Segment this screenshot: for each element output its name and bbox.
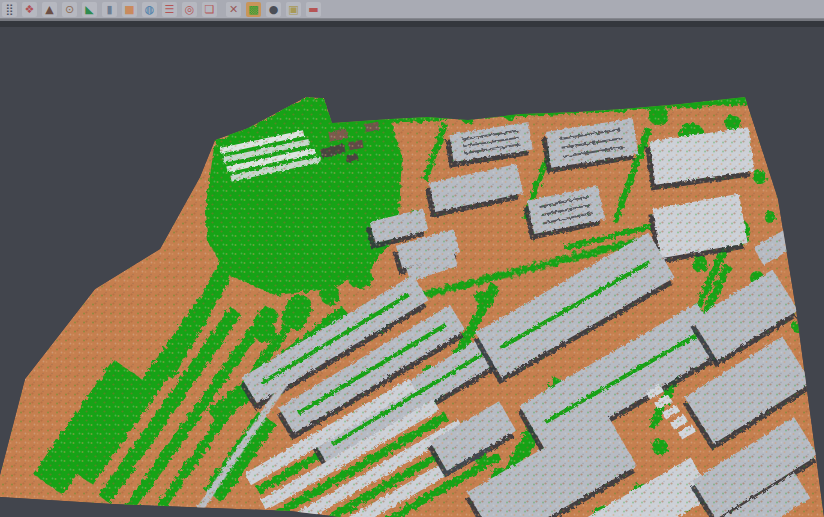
terrain-icon[interactable]: ◣ [82, 2, 97, 17]
circle-selection-icon[interactable]: ◎ [182, 2, 197, 17]
landmark-icon[interactable]: ⊙ [62, 2, 77, 17]
toolbar-group-view: ⣿❖▲⊙◣▮■◍☰◎❏ [2, 2, 217, 17]
globe-icon[interactable]: ◍ [142, 2, 157, 17]
delete-selection-icon[interactable]: ✕ [226, 2, 241, 17]
orthophoto-icon[interactable]: ■ [122, 2, 137, 17]
camera-icon[interactable]: ● [266, 2, 281, 17]
point-cloud-icon[interactable]: ⣿ [2, 2, 17, 17]
3d-viewport[interactable] [0, 27, 824, 517]
layers-icon[interactable]: ☰ [162, 2, 177, 17]
bounding-box-icon[interactable]: ▣ [286, 2, 301, 17]
toolbar: ⣿❖▲⊙◣▮■◍☰◎❏ ✕▩●▣▬ [0, 0, 824, 19]
profile-view-icon[interactable]: ▮ [102, 2, 117, 17]
mountain-icon[interactable]: ▲ [42, 2, 57, 17]
toolbar-group-edit: ✕▩●▣▬ [226, 2, 321, 17]
colored-points-icon[interactable]: ❖ [22, 2, 37, 17]
point-speckle-overlay [0, 97, 824, 517]
classification-icon[interactable]: ▩ [246, 2, 261, 17]
toolbar-separator [217, 2, 226, 16]
point-cloud-scene[interactable] [0, 27, 824, 517]
remove-icon[interactable]: ▬ [306, 2, 321, 17]
crop-region-icon[interactable]: ❏ [202, 2, 217, 17]
